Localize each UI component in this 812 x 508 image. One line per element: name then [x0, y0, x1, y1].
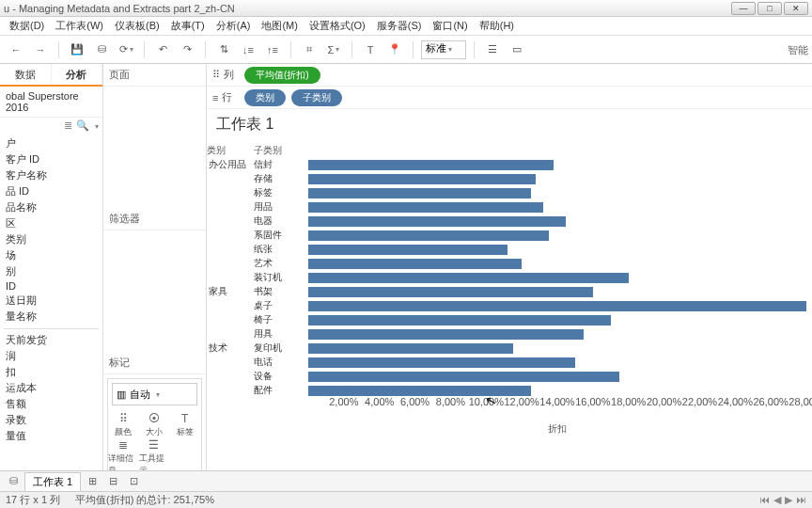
menu-item[interactable]: 仪表板(B) [109, 17, 165, 35]
dimension-field[interactable]: 户 [4, 135, 99, 151]
menu-item[interactable]: 服务器(S) [371, 17, 428, 35]
dimension-field[interactable]: 客户名称 [4, 167, 99, 183]
prev-page-icon[interactable]: ◀ [773, 494, 781, 506]
totals-button[interactable]: Σ [323, 40, 344, 60]
sheet-title[interactable]: 工作表 1 [207, 109, 812, 140]
marks-cell[interactable]: ☰工具提示 [139, 441, 170, 473]
close-button[interactable]: ✕ [784, 2, 808, 15]
dimension-field[interactable]: 量名称 [4, 309, 99, 325]
menu-item[interactable]: 设置格式(O) [304, 17, 371, 35]
dimension-field[interactable]: 品 ID [4, 183, 99, 199]
presentation-button[interactable]: ▭ [507, 40, 527, 60]
fields-menu-icon[interactable] [93, 119, 99, 132]
dimension-field[interactable]: 别 [4, 263, 99, 279]
bar[interactable] [308, 357, 575, 368]
bar[interactable] [308, 216, 566, 227]
marks-cell[interactable]: ⠿颜色 [108, 409, 139, 441]
refresh-button[interactable]: ⟳ [116, 40, 136, 60]
bar[interactable] [308, 372, 619, 382]
maximize-button[interactable]: □ [757, 2, 782, 15]
view-as-list-icon[interactable]: ≣ [64, 119, 72, 132]
bar[interactable] [308, 174, 536, 184]
menu-item[interactable]: 故事(T) [165, 17, 211, 35]
bar[interactable] [308, 188, 531, 198]
back-button[interactable]: ← [6, 40, 26, 60]
fit-selector[interactable]: 标准 [421, 40, 466, 59]
sort-desc-button[interactable]: ↑≡ [262, 40, 283, 60]
new-worksheet-button[interactable]: ⊞ [83, 474, 102, 489]
redo-button[interactable]: ↷ [177, 40, 197, 60]
measure-field[interactable]: 运成本 [4, 380, 99, 396]
undo-button[interactable]: ↶ [152, 40, 173, 60]
bar[interactable] [308, 202, 543, 213]
mark-type-selector[interactable]: ▥ 自动 [112, 383, 197, 405]
window-title: u - Managing Metadata and Extracts part … [4, 3, 235, 14]
sheet-tab-1[interactable]: 工作表 1 [24, 472, 81, 491]
measure-field[interactable]: 扣 [4, 364, 99, 380]
dimension-field[interactable]: 类别 [4, 231, 99, 247]
marks-cell[interactable]: ≣详细信息 [108, 441, 139, 473]
analysis-tab[interactable]: 分析 [52, 64, 103, 85]
menu-item[interactable]: 数据(D) [4, 17, 50, 35]
subcategory-label: 椅子 [254, 313, 308, 327]
pin-button[interactable]: 📍 [384, 40, 405, 60]
measure-field[interactable]: 润 [4, 348, 99, 364]
search-fields-icon[interactable]: 🔍 [76, 119, 89, 132]
new-story-button[interactable]: ⊡ [124, 474, 143, 489]
group-button[interactable]: ⌗ [299, 40, 320, 60]
bar-row [308, 257, 806, 271]
dimension-field[interactable]: 品名称 [4, 199, 99, 215]
column-pill[interactable]: 平均值(折扣) [244, 67, 320, 84]
bar[interactable] [308, 230, 549, 241]
menu-item[interactable]: 地图(M) [256, 17, 304, 35]
measure-field[interactable]: 录数 [4, 412, 99, 428]
dimension-field[interactable]: 区 [4, 215, 99, 231]
row-pill[interactable]: 类别 [244, 89, 286, 106]
measure-field[interactable]: 量值 [4, 428, 99, 444]
data-tab[interactable]: 数据 [0, 64, 52, 85]
bar[interactable] [308, 245, 508, 255]
marks-cell[interactable]: ⦿大小 [139, 409, 170, 441]
menu-item[interactable]: 工作表(W) [50, 17, 109, 35]
menu-item[interactable]: 窗口(N) [427, 17, 473, 35]
dimension-field[interactable]: ID [4, 279, 99, 293]
dimension-field[interactable]: 场 [4, 247, 99, 263]
subcategory-label: 存储 [254, 172, 308, 186]
sort-asc-button[interactable]: ↓≡ [238, 40, 258, 60]
bar[interactable] [308, 343, 513, 354]
show-me-button[interactable]: 智能 [788, 43, 808, 57]
dimension-field[interactable]: 客户 ID [4, 151, 99, 167]
datasource-tab-button[interactable]: ⛁ [4, 474, 23, 489]
bar[interactable] [308, 301, 806, 311]
new-datasource-button[interactable]: ⛁ [91, 40, 112, 60]
marks-cell[interactable]: T标签 [169, 409, 200, 441]
measure-field[interactable]: 售额 [4, 396, 99, 412]
axis-tick: 2,00% [329, 396, 358, 407]
next-page-icon[interactable]: ▶ [785, 494, 792, 506]
show-labels-button[interactable]: T [360, 40, 381, 60]
bar[interactable] [308, 386, 531, 396]
bar[interactable] [308, 259, 522, 269]
save-button[interactable]: 💾 [67, 40, 87, 60]
show-cards-button[interactable]: ☰ [482, 40, 503, 60]
menu-item[interactable]: 分析(A) [211, 17, 257, 35]
bar[interactable] [308, 315, 611, 325]
row-pill[interactable]: 子类别 [291, 89, 342, 106]
dimension-field[interactable]: 送日期 [4, 293, 99, 309]
minimize-button[interactable]: — [731, 2, 756, 15]
datasource-name[interactable]: obal Superstore 2016 [0, 87, 102, 118]
forward-button[interactable]: → [30, 40, 51, 60]
subcategory-label: 装订机 [254, 271, 308, 285]
last-page-icon[interactable]: ⏭ [796, 494, 806, 506]
swap-button[interactable]: ⇅ [213, 40, 234, 60]
bar[interactable] [308, 160, 554, 170]
bar[interactable] [308, 329, 584, 340]
bar[interactable] [308, 287, 593, 297]
bar[interactable] [308, 273, 629, 283]
new-dashboard-button[interactable]: ⊟ [103, 474, 122, 489]
subcategory-label: 复印机 [254, 341, 308, 356]
status-rowcount: 17 行 x 1 列 [6, 493, 60, 507]
measure-field[interactable]: 天前发货 [4, 328, 99, 348]
menu-item[interactable]: 帮助(H) [474, 17, 520, 35]
first-page-icon[interactable]: ⏮ [759, 494, 770, 506]
